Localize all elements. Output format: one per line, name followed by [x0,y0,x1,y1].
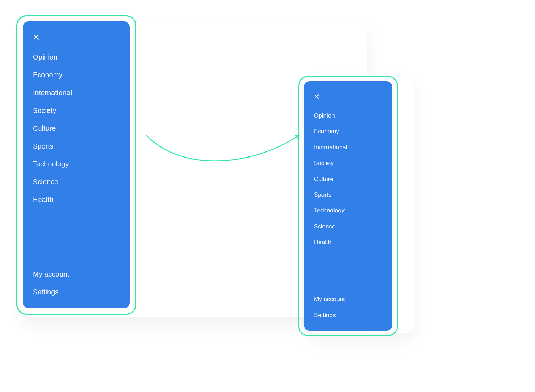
nav-drawer-mobile: Opinion Economy International Society Cu… [304,81,392,331]
nav-item-science[interactable]: Science [33,174,120,190]
nav-item-settings[interactable]: Settings [33,284,120,300]
nav-item-society[interactable]: Society [314,156,382,170]
nav-item-economy[interactable]: Economy [314,125,382,138]
nav-list: Opinion Economy International Society Cu… [314,109,382,249]
nav-item-account[interactable]: My account [314,293,382,306]
nav-item-technology[interactable]: Technology [33,156,120,172]
nav-item-health[interactable]: Health [314,236,382,249]
nav-item-international[interactable]: International [314,141,382,154]
nav-item-economy[interactable]: Economy [33,67,120,83]
nav-item-opinion[interactable]: Opinion [33,49,120,65]
nav-item-technology[interactable]: Technology [314,204,382,217]
close-icon[interactable] [33,34,39,40]
nav-item-sports[interactable]: Sports [33,138,120,154]
nav-item-culture[interactable]: Culture [33,120,120,136]
nav-item-culture[interactable]: Culture [314,172,382,186]
nav-item-settings[interactable]: Settings [314,309,382,322]
nav-item-international[interactable]: International [33,85,120,100]
nav-list: Opinion Economy International Society Cu… [33,49,120,207]
nav-item-society[interactable]: Society [33,103,120,118]
diagram-stage: Opinion Economy International Society Cu… [0,0,535,392]
nav-item-health[interactable]: Health [33,192,120,207]
nav-drawer-desktop: Opinion Economy International Society Cu… [23,21,130,308]
nav-bottom-list: My account Settings [314,293,382,322]
nav-item-account[interactable]: My account [33,266,120,282]
nav-bottom-list: My account Settings [33,266,120,300]
nav-item-science[interactable]: Science [314,220,382,233]
nav-item-sports[interactable]: Sports [314,188,382,202]
close-icon[interactable] [314,94,320,100]
nav-item-opinion[interactable]: Opinion [314,109,382,123]
